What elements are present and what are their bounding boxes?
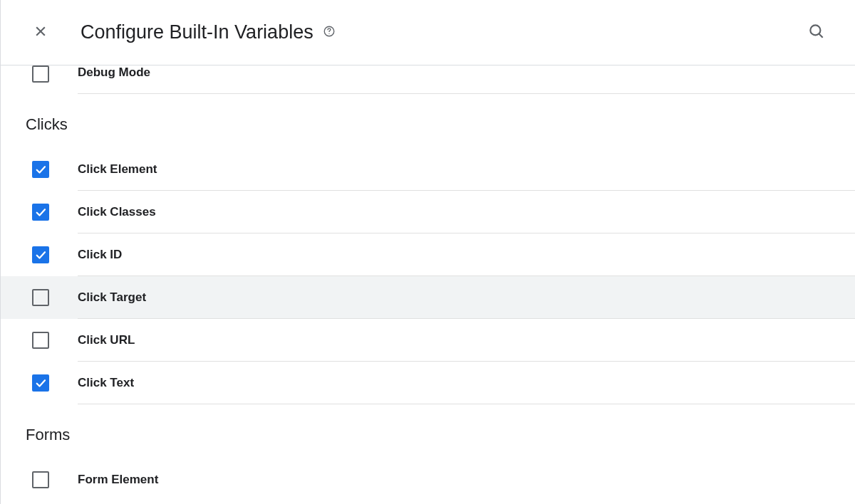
divider	[78, 404, 855, 404]
checkbox-form-element[interactable]	[32, 471, 49, 488]
row-label: Click Text	[78, 376, 134, 390]
row-label: Click ID	[78, 248, 122, 262]
variable-row-click-classes[interactable]: Click Classes	[1, 191, 855, 233]
close-icon	[33, 24, 48, 41]
svg-point-3	[328, 33, 329, 33]
checkbox-click-id[interactable]	[32, 246, 49, 263]
variable-row-click-element[interactable]: Click Element	[1, 148, 855, 191]
checkbox-click-element[interactable]	[32, 161, 49, 178]
variable-row-click-id[interactable]: Click ID	[1, 233, 855, 276]
content-area: Debug Mode Clicks Click Element Click Cl…	[1, 65, 855, 501]
search-icon	[807, 22, 826, 43]
svg-point-4	[810, 25, 820, 35]
checkbox-click-classes[interactable]	[32, 204, 49, 221]
variable-row-click-target[interactable]: Click Target	[1, 276, 855, 319]
section-title-clicks: Clicks	[1, 94, 855, 148]
row-label: Click Target	[78, 290, 146, 305]
variable-row-click-text[interactable]: Click Text	[1, 362, 855, 404]
checkbox-debug-mode[interactable]	[32, 65, 49, 83]
variable-row-debug-mode[interactable]: Debug Mode	[1, 65, 855, 94]
row-label: Click Classes	[78, 205, 156, 219]
svg-line-5	[819, 33, 822, 37]
help-icon	[323, 25, 336, 41]
row-label: Debug Mode	[78, 65, 150, 80]
variable-row-click-url[interactable]: Click URL	[1, 319, 855, 362]
variable-row-form-element[interactable]: Form Element	[1, 458, 855, 501]
row-label: Click URL	[78, 333, 135, 347]
row-label: Click Element	[78, 162, 157, 177]
checkbox-click-url[interactable]	[32, 332, 49, 349]
checkbox-click-text[interactable]	[32, 374, 49, 392]
row-label: Form Element	[78, 473, 158, 487]
checkbox-click-target[interactable]	[32, 289, 49, 306]
section-title-forms: Forms	[1, 404, 855, 458]
help-button[interactable]	[322, 26, 336, 40]
search-button[interactable]	[807, 23, 826, 43]
dialog-title: Configure Built-In Variables	[81, 21, 314, 43]
dialog-header: Configure Built-In Variables	[1, 0, 855, 65]
close-button[interactable]	[32, 24, 49, 41]
divider	[78, 93, 855, 94]
